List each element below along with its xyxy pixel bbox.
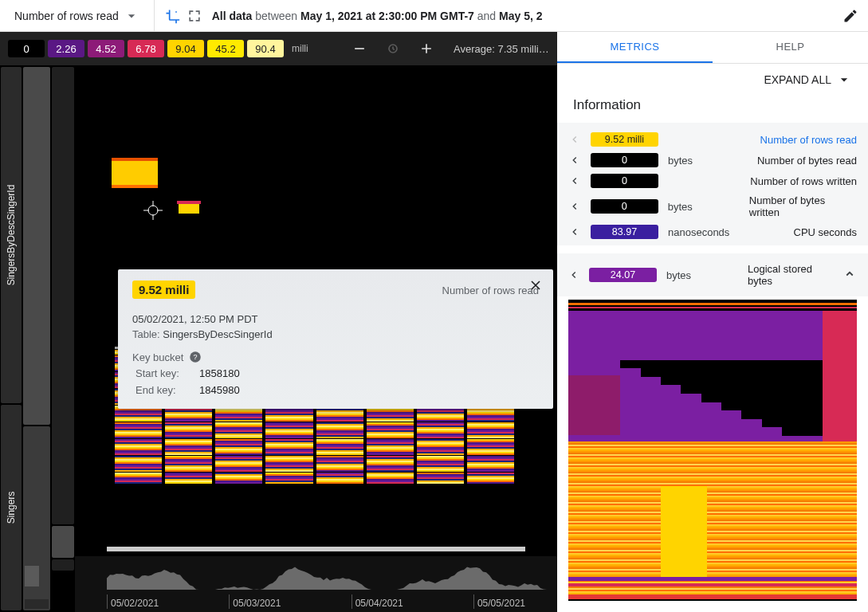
timeline-tick: 05/04/2021 [352,594,403,609]
close-icon[interactable] [524,274,547,296]
caret-down-icon [124,8,139,24]
chevron-left-icon[interactable] [568,226,581,237]
tooltip-value-pill: 9.52 milli [132,280,195,299]
info-row[interactable]: 83.97nanosecondsCPU seconds [568,222,857,242]
info-unit: nanoseconds [668,226,740,238]
info-metric-name: CPU seconds [794,226,857,238]
tooltip-datetime: 05/02/2021, 12:50 PM PDT [118,312,553,327]
info-row[interactable]: 9.52 milliNumber of rows read [568,129,857,150]
info-unit: bytes [668,201,740,213]
zoom-in-icon[interactable] [415,37,438,60]
time-range-text: All data between May 1, 2021 at 2:30:00 … [212,10,836,22]
info-value-pill: 0 [591,199,658,214]
timeline-sparkline[interactable]: 05/02/202105/03/202105/04/202105/05/2021 [75,556,557,612]
info-row[interactable]: 0Number of rows written [568,171,857,191]
zoom-out-icon[interactable] [348,37,371,60]
info-value-pill: 0 [591,153,658,167]
color-legend: 02.264.526.789.0445.290.4 milli Average:… [0,32,557,65]
metric-dropdown-label: Number of rows read [14,10,119,22]
info-value-pill: 0 [591,174,658,188]
svg-marker-8 [107,567,553,590]
tooltip-keybucket-label: Key bucket [132,351,183,363]
info-metric-name: Number of rows written [750,175,857,187]
info-metric-name: Number of bytes written [749,194,857,218]
help-icon[interactable]: ? [188,350,202,364]
info-row-storage[interactable]: 24.07 bytes Logical stored bytes [568,260,857,290]
info-value-pill: 9.52 milli [591,132,658,147]
info-unit: bytes [666,269,738,281]
tooltip-start-key: 1858180 [199,367,536,379]
legend-swatch: 45.2 [207,40,244,57]
chevron-left-icon[interactable] [568,134,581,145]
chevron-down-icon [836,72,852,88]
info-metric-name: Logical stored bytes [748,263,827,287]
legend-swatch: 0 [8,40,45,57]
info-metric-name: Number of rows read [760,134,857,146]
row-group-label: Singers [6,491,17,524]
expand-all-button[interactable]: EXPAND ALL [557,64,868,91]
tooltip-card: 9.52 milli Number of rows read 05/02/202… [118,269,553,409]
crop-icon[interactable] [161,5,183,27]
timeline-tick: 05/05/2021 [473,594,525,609]
info-row[interactable]: 0bytesNumber of bytes written [568,191,857,222]
info-value-pill: 24.07 [589,268,657,282]
zoom-reset-icon[interactable] [382,37,404,60]
tooltip-end-key: 1845980 [199,384,536,396]
legend-unit: milli [292,43,308,54]
chevron-left-icon[interactable] [568,175,581,186]
chevron-left-icon[interactable] [568,155,581,166]
row-group-label: SingersByDescSingerId [6,184,17,285]
chevron-left-icon[interactable] [568,201,581,212]
section-title: Information [557,91,868,123]
row-density-gutter-2 [51,65,75,612]
tab-metrics[interactable]: METRICS [557,32,713,63]
divider [154,0,155,32]
chevron-up-icon[interactable] [842,267,857,284]
legend-swatch: 6.78 [128,40,164,57]
info-unit: bytes [668,155,740,167]
tooltip-table: SingersByDescSingerId [163,328,272,340]
row-density-gutter [22,65,51,612]
timeline-tick: 05/02/2021 [107,594,159,609]
legend-average: Average: 7.35 milli … [454,43,549,55]
info-metric-name: Number of bytes read [757,155,857,167]
row-group-gutter: SingersByDescSingerId Singers [0,65,22,612]
timeline-tick: 05/03/2021 [229,594,281,609]
legend-swatch: 90.4 [247,40,284,57]
svg-text:?: ? [194,353,198,361]
legend-swatch: 4.52 [88,40,124,57]
metric-dropdown[interactable]: Number of rows read [6,5,147,27]
chevron-left-icon[interactable] [568,269,579,280]
legend-swatch: 2.26 [48,40,84,57]
legend-swatch: 9.04 [167,40,204,57]
mini-heatmap[interactable] [568,300,857,601]
info-value-pill: 83.97 [591,225,658,239]
info-row[interactable]: 0bytesNumber of bytes read [568,150,857,171]
tab-help[interactable]: HELP [713,32,868,63]
fullscreen-icon[interactable] [183,5,206,27]
edit-range-icon[interactable] [839,5,862,27]
